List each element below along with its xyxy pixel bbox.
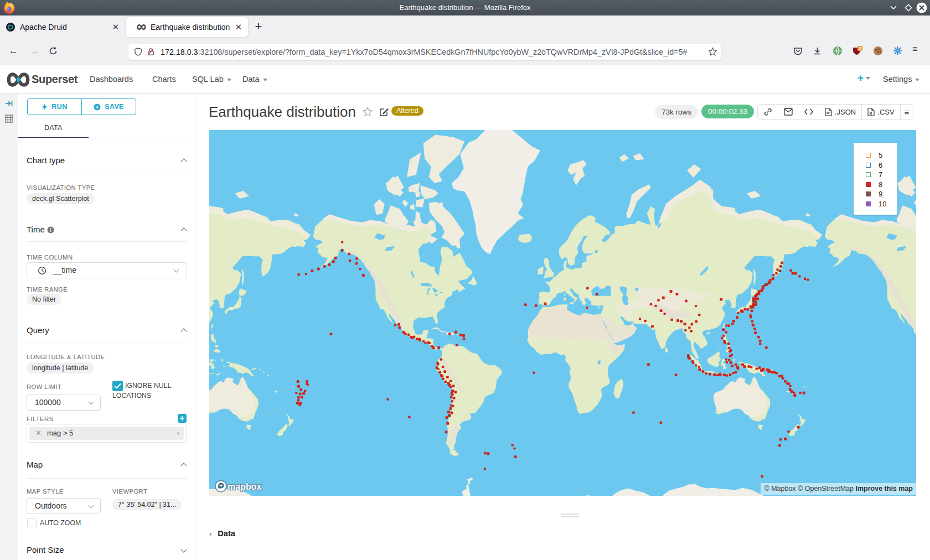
svg-text:mapbox: mapbox [228,482,261,491]
svg-text:2: 2 [859,46,861,51]
